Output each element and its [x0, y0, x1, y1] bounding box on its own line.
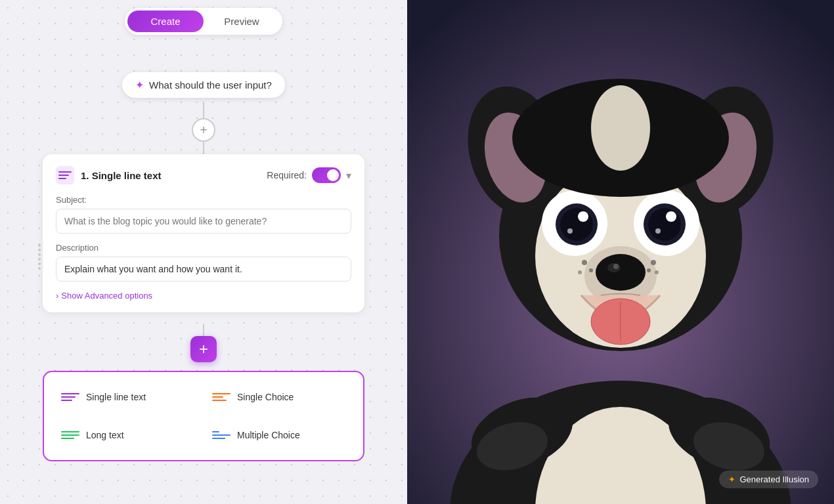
svg-point-25 — [596, 254, 646, 291]
svg-point-28 — [582, 260, 587, 265]
input-bubble: ✦ What should the user input? — [122, 72, 285, 98]
tab-bar: Create Preview — [125, 8, 282, 35]
single-choice-icon — [212, 388, 230, 406]
subject-label: Subject: — [56, 195, 351, 205]
connector-line-top — [203, 102, 204, 118]
multiple-choice-icon — [212, 426, 230, 444]
connector-line-bot — [203, 324, 204, 337]
field-card: 1. Single line text Required: ▾ Subject:… — [43, 154, 364, 312]
single-line-icon — [61, 388, 79, 406]
multiple-choice-label: Multiple Choice — [237, 430, 300, 440]
chevron-down-icon[interactable]: ▾ — [346, 169, 351, 182]
svg-point-30 — [578, 270, 582, 274]
tab-create[interactable]: Create — [127, 10, 204, 32]
description-label: Description — [56, 243, 351, 253]
right-panel: ✦ Generated Illusion — [407, 0, 834, 504]
advanced-label: Show Advanced options — [61, 291, 152, 301]
connector-line-mid — [203, 141, 204, 154]
card-title: 1. Single line text — [81, 170, 162, 181]
svg-point-21 — [648, 208, 681, 241]
svg-point-17 — [560, 208, 593, 241]
single-line-label: Single line text — [86, 392, 146, 402]
svg-point-29 — [589, 268, 593, 272]
svg-point-19 — [567, 228, 573, 234]
bubble-text: What should the user input? — [149, 79, 272, 91]
left-panel: Create Preview ✦ What should the user in… — [0, 0, 407, 504]
add-icon: + — [199, 340, 208, 358]
type-selector-card: Single line text Single Choice Long text — [43, 371, 364, 461]
sparkle-icon: ✦ — [135, 79, 144, 91]
description-input[interactable] — [56, 257, 351, 282]
lines-icon — [56, 166, 74, 184]
type-single-line[interactable]: Single line text — [56, 381, 200, 413]
svg-point-32 — [647, 268, 651, 272]
type-long-text[interactable]: Long text — [56, 419, 200, 451]
svg-point-31 — [651, 260, 656, 265]
add-purple-button[interactable]: + — [190, 336, 217, 362]
drag-handle[interactable] — [38, 244, 41, 270]
dog-illustration — [407, 0, 834, 504]
card-title-row: 1. Single line text — [56, 166, 162, 184]
svg-point-18 — [578, 211, 588, 222]
required-row: Required: ▾ — [267, 167, 351, 183]
add-circle-top[interactable]: + — [192, 118, 215, 142]
show-advanced-toggle[interactable]: › Show Advanced options — [56, 291, 351, 301]
generated-illusion-badge: ✦ Generated Illusion — [719, 471, 818, 488]
required-label: Required: — [267, 170, 307, 180]
tab-preview[interactable]: Preview — [204, 10, 280, 32]
type-multiple-choice[interactable]: Multiple Choice — [207, 419, 351, 451]
badge-text: Generated Illusion — [739, 474, 809, 484]
type-single-choice[interactable]: Single Choice — [207, 381, 351, 413]
chevron-right-icon: › — [56, 291, 58, 301]
card-header: 1. Single line text Required: ▾ — [56, 166, 351, 184]
spark-icon: ✦ — [728, 474, 735, 484]
svg-point-22 — [666, 211, 676, 222]
svg-point-37 — [591, 85, 650, 171]
required-toggle[interactable] — [312, 167, 341, 183]
long-text-icon — [61, 426, 79, 444]
svg-point-23 — [655, 228, 661, 234]
svg-point-33 — [655, 270, 659, 274]
single-choice-label: Single Choice — [237, 392, 294, 402]
long-text-label: Long text — [86, 430, 124, 440]
svg-point-27 — [613, 264, 619, 269]
subject-input[interactable] — [56, 209, 351, 234]
